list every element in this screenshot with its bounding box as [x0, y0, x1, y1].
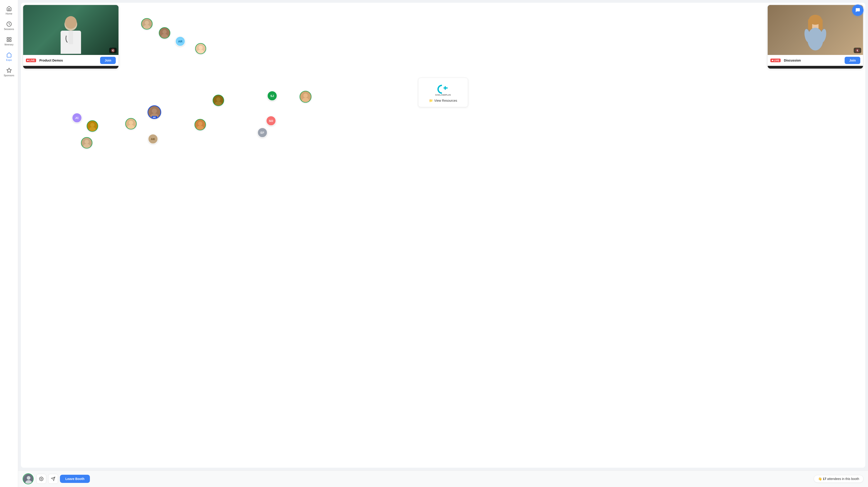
avatar-photo [159, 28, 170, 38]
sidebar-item-itinerary-label: Itinerary [4, 43, 13, 46]
sidebar-item-itinerary[interactable]: Itinerary [1, 34, 17, 48]
main-content: 🔇 LIVE Product Demos Join [18, 0, 868, 487]
live-badge-discussion: LIVE [770, 59, 781, 62]
avatar-bubble[interactable]: JC [72, 113, 82, 123]
sidebar-item-expo-label: Expo [6, 59, 12, 61]
svg-point-21 [145, 21, 149, 25]
svg-point-42 [198, 121, 202, 126]
join-button-product-demos[interactable]: Join [100, 57, 116, 64]
sidebar: Home Sessions Itinerary Expo Sponsors [0, 0, 18, 487]
svg-point-48 [152, 109, 157, 114]
svg-rect-3 [9, 40, 11, 41]
sponsor-logo-card: OAKLANDPLUS 📁 View Resources [418, 78, 468, 107]
attendees-label: attendees in this booth [827, 477, 859, 481]
home-icon [6, 6, 12, 11]
view-resources-button[interactable]: 📁 View Resources [425, 99, 461, 102]
avatar-bubble[interactable]: AR [175, 36, 185, 46]
svg-point-8 [65, 16, 77, 29]
avatar-bubble[interactable] [300, 91, 311, 102]
sidebar-item-sponsors[interactable]: Sponsors [1, 65, 17, 79]
sidebar-item-sessions-label: Sessions [4, 28, 14, 30]
location-icon [51, 477, 55, 481]
video-thumbnail-discussion: 🔇 [768, 5, 863, 55]
video-thumbnail-product-demos: 🔇 [23, 5, 119, 55]
sidebar-item-expo[interactable]: Expo [1, 50, 17, 64]
avatar-bubble[interactable] [87, 120, 98, 132]
avatar-bubble[interactable] [125, 118, 137, 129]
mute-button-right[interactable]: 🔇 [854, 48, 861, 53]
svg-point-51 [27, 476, 30, 480]
avatar-initials: AK [151, 138, 155, 141]
settings-button[interactable] [36, 474, 46, 484]
svg-rect-4 [7, 40, 9, 41]
svg-rect-1 [7, 37, 9, 39]
doctor-figure [48, 6, 94, 54]
user-avatar [23, 474, 34, 484]
svg-point-33 [303, 94, 308, 98]
leave-booth-button[interactable]: Leave Booth [60, 475, 90, 483]
live-badge-product-demos: LIVE [26, 59, 36, 62]
session-title-discussion: Discussion [784, 59, 801, 62]
join-button-discussion[interactable]: Join [845, 57, 860, 64]
avatar-photo [213, 95, 224, 105]
attendees-emoji: 👋 [818, 477, 822, 481]
mute-button-left[interactable]: 🔇 [109, 48, 117, 53]
avatar-initials: AR [178, 40, 182, 43]
avatar-photo [87, 121, 98, 131]
avatar-photo [196, 43, 206, 54]
avatar-initials: SJ [270, 94, 274, 98]
me-label: ME [152, 116, 157, 119]
svg-point-39 [129, 121, 133, 125]
sponsor-logo: OAKLANDPLUS [425, 83, 461, 97]
svg-point-24 [162, 30, 166, 34]
avatar-bubble[interactable] [213, 95, 224, 106]
live-dot-2 [772, 60, 773, 61]
avatar-bubble[interactable] [81, 137, 92, 149]
attendees-count: 17 [823, 477, 827, 481]
avatar-photo [195, 119, 206, 130]
booth-area: 🔇 LIVE Product Demos Join [21, 3, 865, 468]
avatar-photo [142, 19, 152, 29]
avatar-bubble[interactable] [141, 18, 153, 30]
sponsors-icon [6, 68, 12, 73]
avatar-bubble[interactable]: AK [148, 134, 158, 144]
svg-marker-5 [7, 68, 11, 72]
avatar-bubble[interactable]: EF [257, 128, 268, 138]
svg-point-36 [90, 123, 94, 127]
sidebar-item-home[interactable]: Home [1, 4, 17, 17]
avatar-initials: EF [260, 131, 265, 134]
svg-rect-13 [818, 19, 823, 30]
svg-rect-2 [9, 37, 11, 39]
attendees-badge: 👋 17 attendees in this booth [814, 475, 864, 483]
oakland-plus-logo: OAKLANDPLUS [434, 83, 452, 96]
folder-icon: 📁 [429, 99, 433, 102]
sidebar-item-sponsors-label: Sponsors [4, 74, 14, 77]
avatar-bubble[interactable]: SO [266, 116, 276, 126]
settings-icon [39, 477, 43, 481]
live-dot [27, 60, 29, 61]
avatar-bubble[interactable] [195, 43, 206, 54]
avatar-initials: SO [269, 119, 273, 123]
avatar-bubble[interactable]: SJ [267, 91, 277, 101]
svg-point-53 [41, 478, 42, 480]
avatar-bubble[interactable] [194, 119, 206, 130]
svg-rect-9 [68, 31, 73, 44]
sessions-icon [6, 21, 12, 27]
video-footer-discussion: LIVE Discussion Join [768, 55, 863, 66]
expo-icon [6, 52, 12, 58]
svg-rect-12 [808, 19, 812, 30]
svg-point-45 [85, 140, 89, 144]
svg-text:OAKLANDPLUS: OAKLANDPLUS [435, 94, 451, 96]
video-footer-product-demos: LIVE Product Demos Join [23, 55, 119, 66]
avatar-bubble[interactable] [159, 27, 170, 39]
svg-rect-18 [445, 86, 446, 90]
woman-figure [793, 6, 838, 54]
avatar-me[interactable]: ME [148, 105, 161, 119]
bottom-bar-controls: Leave Booth [36, 474, 90, 484]
avatar-photo [300, 91, 311, 102]
sidebar-item-sessions[interactable]: Sessions [1, 19, 17, 33]
bottom-bar: Leave Booth 👋 17 attendees in this booth [18, 470, 868, 487]
location-button[interactable] [48, 474, 58, 484]
chat-button[interactable] [852, 4, 864, 16]
avatar-photo [126, 119, 136, 129]
